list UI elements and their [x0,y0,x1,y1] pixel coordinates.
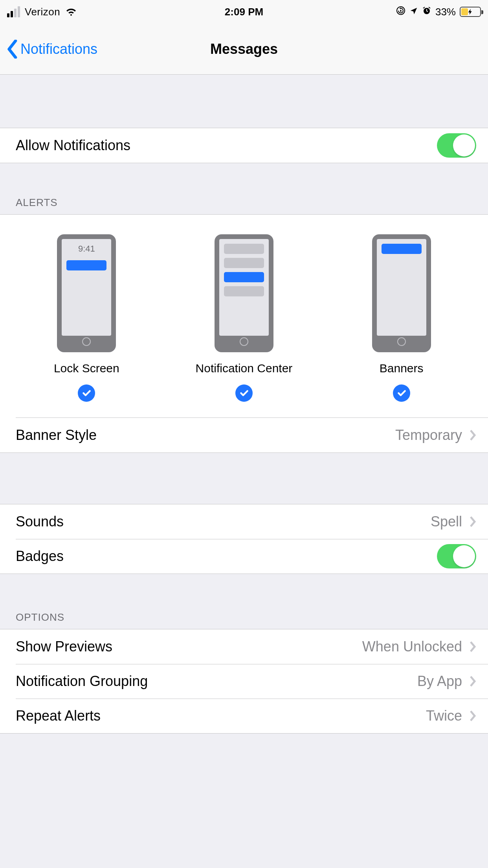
status-bar-time: 2:09 PM [225,6,263,18]
chevron-right-icon [469,710,476,722]
alert-type-label: Banners [380,362,424,375]
alert-type-banners[interactable]: Banners [323,234,479,402]
battery-percent: 33% [435,6,456,18]
options-group: Show Previews When Unlocked Notification… [0,629,488,734]
checkmark-icon [235,384,253,402]
show-previews-row[interactable]: Show Previews When Unlocked [0,629,488,664]
banners-preview-icon [372,234,431,352]
banner-style-value: Temporary [395,427,462,443]
alert-type-lock-screen[interactable]: 9:41 Lock Screen [9,234,165,402]
checkmark-icon [78,384,95,402]
alarm-icon [422,6,431,18]
cellular-signal-icon [7,6,20,17]
carrier-label: Verizon [25,6,60,18]
alert-type-notification-center[interactable]: Notification Center [166,234,322,402]
sounds-badges-group: Sounds Spell Badges [0,504,488,574]
show-previews-label: Show Previews [16,638,112,655]
spacer [0,453,488,504]
chevron-right-icon [469,641,476,653]
svg-rect-1 [400,10,401,12]
repeat-alerts-value: Twice [426,708,462,724]
spacer: OPTIONS [0,574,488,629]
notification-grouping-value: By App [417,673,462,690]
options-header: OPTIONS [0,611,80,629]
sounds-row[interactable]: Sounds Spell [0,504,488,539]
repeat-alerts-row[interactable]: Repeat Alerts Twice [0,699,488,733]
alert-types-row: 9:41 Lock Screen Notificatio [0,215,488,417]
sounds-label: Sounds [16,513,64,530]
nav-bar: Notifications Messages [0,24,488,75]
battery-icon [460,7,481,17]
back-button[interactable]: Notifications [7,40,97,59]
spacer [0,75,488,128]
alerts-group: 9:41 Lock Screen Notificatio [0,214,488,453]
chevron-left-icon [7,40,18,59]
spacer: ALERTS [0,163,488,214]
badges-row: Badges [0,539,488,574]
notification-center-preview-icon [215,234,273,352]
allow-notifications-label: Allow Notifications [16,137,130,154]
alert-type-label: Notification Center [196,362,293,375]
wifi-icon [65,6,77,18]
chevron-right-icon [469,516,476,528]
allow-notifications-switch[interactable] [437,133,476,158]
location-icon [409,6,418,18]
allow-notifications-row: Allow Notifications [0,128,488,163]
notification-grouping-label: Notification Grouping [16,673,148,690]
back-label: Notifications [20,41,97,57]
rotation-lock-icon [396,6,405,18]
banner-style-label: Banner Style [16,427,97,443]
show-previews-value: When Unlocked [362,638,462,655]
alerts-header: ALERTS [0,197,73,214]
page-title: Messages [210,41,278,57]
chevron-right-icon [469,675,476,687]
allow-notifications-group: Allow Notifications [0,128,488,163]
notification-grouping-row[interactable]: Notification Grouping By App [0,664,488,699]
sounds-value: Spell [431,513,462,530]
chevron-right-icon [469,429,476,441]
checkmark-icon [393,384,410,402]
lock-screen-preview-icon: 9:41 [57,234,116,352]
status-bar-right: 33% [396,6,481,18]
badges-switch[interactable] [437,544,476,568]
alert-type-label: Lock Screen [54,362,119,375]
badges-label: Badges [16,548,64,565]
repeat-alerts-label: Repeat Alerts [16,708,101,724]
status-bar: Verizon 2:09 PM 33% [0,0,488,24]
status-bar-left: Verizon [7,6,77,18]
banner-style-row[interactable]: Banner Style Temporary [0,418,488,452]
